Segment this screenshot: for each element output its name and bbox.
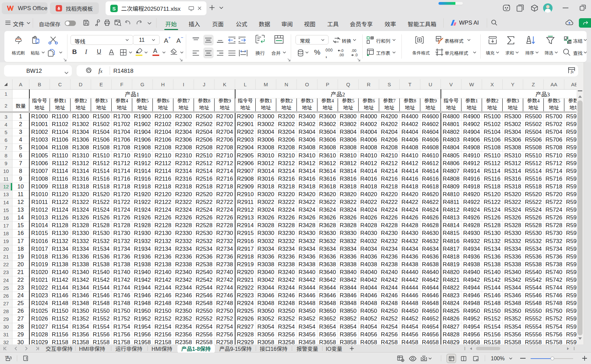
svg-text:fx: fx xyxy=(571,69,574,74)
svg-text:VB: VB xyxy=(5,355,9,358)
svg-text:.00: .00 xyxy=(351,49,356,53)
svg-text:S: S xyxy=(112,5,116,11)
svg-text:.0: .0 xyxy=(355,53,358,57)
svg-text:.0: .0 xyxy=(340,49,343,53)
svg-text:.00: .00 xyxy=(339,53,344,57)
